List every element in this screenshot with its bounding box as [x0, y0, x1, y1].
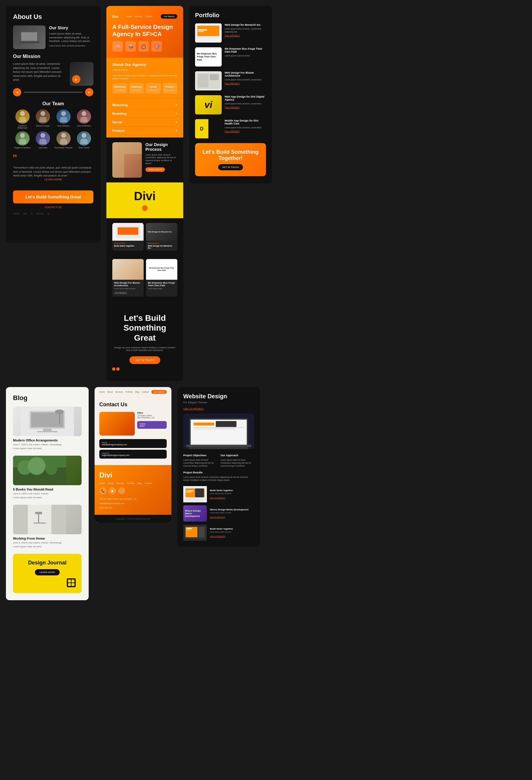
- service-item-product[interactable]: Product ∨: [112, 127, 177, 135]
- agency-text: Lorem ipsum dolor sit amet consectetur a…: [112, 74, 177, 80]
- portfolio-empower-title: We Empower Bus Forge Their Own Path: [225, 47, 266, 53]
- svg-rect-32: [38, 514, 39, 523]
- design-journal-button[interactable]: LEARN MORE: [35, 569, 60, 575]
- footer-bottom: Copyright © 2023 All Rights Reserved: [95, 515, 171, 523]
- avatar-bessie: [36, 109, 50, 124]
- about-us-panel: About Us Our Story Lorem ipsum dolor si: [6, 6, 101, 242]
- related-thumb-1: [183, 486, 207, 502]
- quote-read-more[interactable]: LEARN MORE: [13, 178, 93, 181]
- footer-phone-icon: 📞: [99, 487, 106, 494]
- portfolio-divi-digital-title: Web App Design for Divi Digital Agency: [225, 95, 266, 101]
- team-member-7: Rosemarie Thomas: [54, 131, 73, 149]
- portfolio-thumb-bloom: [195, 71, 222, 91]
- story-content: Our Story Lorem ipsum dolor sit amet, co…: [49, 26, 93, 49]
- lets-build-button[interactable]: GET IN TOUCH: [129, 356, 160, 364]
- member-name-5: Angela Chambers: [13, 147, 32, 149]
- related-3-svg: [183, 525, 207, 541]
- nav-links: About Services Portfolio: [127, 15, 153, 17]
- about-contact-link[interactable]: CONTACT US: [13, 206, 93, 209]
- contact-nav-blog[interactable]: Blog: [136, 391, 140, 393]
- about-cta-button[interactable]: Let's Build Something Great: [13, 190, 93, 203]
- svg-rect-38: [194, 423, 214, 426]
- copyright-text: Copyright © 2023 All Rights Reserved: [116, 518, 150, 520]
- portfolio-2-tag: WEB DESIGN: [148, 242, 175, 244]
- nav-services[interactable]: Services: [135, 15, 143, 17]
- portfolio-monarch-link[interactable]: FULL PROJECT: [225, 35, 266, 37]
- footer-nav-about[interactable]: About: [108, 482, 113, 484]
- brand-5: |||: [48, 212, 49, 215]
- footer-nav-services[interactable]: Services: [116, 482, 124, 484]
- portfolio-card-2-info: WEB DESIGN Web Design for Monarch Inc.: [146, 241, 177, 251]
- svg-rect-41: [216, 421, 236, 427]
- website-design-link[interactable]: LINK TO PROJECT: [183, 407, 254, 410]
- blog-post-3-image: [13, 505, 82, 534]
- service-item-branding[interactable]: Branding ∨: [112, 109, 177, 118]
- footer-nav-home[interactable]: Home: [99, 482, 105, 484]
- bloom-svg: [195, 71, 222, 91]
- svg-rect-13: [198, 74, 208, 88]
- progress-slider[interactable]: [23, 92, 83, 93]
- lets-build-text: Design for your business means finding a…: [112, 346, 177, 351]
- agency-title: About Our Agency: [112, 62, 177, 67]
- hero-icons: 🧠 📦 ◯ 🎯: [112, 41, 177, 52]
- team-heading: Our Team: [13, 101, 93, 106]
- nav-about[interactable]: About: [127, 15, 132, 17]
- footer-nav-contact[interactable]: Contact: [145, 482, 152, 484]
- portfolio-thumb-mobile: D DIVI: [195, 119, 222, 138]
- contact-nav-contact[interactable]: Contact: [142, 391, 149, 393]
- email-value-2: support@designcompany.com: [102, 454, 164, 456]
- contact-nav-cta[interactable]: Get Started: [151, 390, 167, 394]
- svg-rect-39: [194, 427, 244, 428]
- svg-point-25: [28, 457, 46, 475]
- contact-panel: Home About Services Portfolio Blog Conta…: [95, 387, 171, 523]
- contact-nav-about[interactable]: About: [107, 391, 113, 393]
- member-name-6: Lisa Hunt: [34, 147, 53, 149]
- portfolio-cta-button[interactable]: GET IN TOUCH: [218, 164, 243, 170]
- related-3-title: Build faster together.: [210, 528, 233, 530]
- hero-icon-2: 📦: [125, 41, 136, 52]
- service-product-text: Lorem ipsum: [164, 89, 176, 91]
- prev-icon: ◀: [16, 91, 18, 94]
- portfolio-bloom-link[interactable]: FULL PROJECT: [225, 83, 266, 85]
- service-item-social[interactable]: Social ∨: [112, 118, 177, 127]
- portfolio-thumb-divi-digital: vi: [195, 95, 222, 114]
- portfolio-card-1-img: [112, 223, 144, 241]
- svg-rect-42: [186, 445, 251, 447]
- design-process-btn[interactable]: LEARN MORE: [146, 167, 165, 172]
- svg-rect-10: [198, 31, 204, 32]
- footer-nav-portfolio[interactable]: Portfolio: [127, 482, 135, 484]
- divi-footer-logo: Divi: [99, 471, 167, 479]
- design-process-section: Our Design Process Lorem ipsum dolor sit…: [106, 138, 183, 183]
- nav-portfolio[interactable]: Portfolio: [145, 15, 153, 17]
- contact-nav-services[interactable]: Services: [115, 391, 123, 393]
- service-name-branding: Branding: [112, 112, 126, 115]
- portfolio-mobile-link[interactable]: FULL PROJECT: [225, 131, 266, 133]
- contact-nav-portfolio[interactable]: Portfolio: [125, 391, 133, 393]
- story-extra-text: Lorem ipsum dolor sit amet consectetur.: [49, 44, 93, 47]
- portfolio-cta: Let's Build Something Together! GET IN T…: [195, 143, 266, 176]
- service-card-marketing: Marketing Lorem ipsum: [112, 83, 127, 93]
- related-2-link[interactable]: LINK TO PROJECT: [210, 516, 225, 518]
- footer-record-icon: ⏺: [109, 487, 116, 494]
- contact-nav-home[interactable]: Home: [99, 391, 105, 393]
- related-1-link[interactable]: LINK TO PROJECT: [210, 497, 225, 499]
- brand-2: 2px: [23, 212, 27, 215]
- portfolio-divi-digital-link[interactable]: FULL PROJECT: [225, 106, 266, 108]
- blog-post-3-date: June 5, 2019 | Ula Castro, Interior, Tec…: [13, 541, 82, 544]
- related-3-link[interactable]: LINK TO PROJECT: [210, 535, 225, 537]
- play-button[interactable]: ▶: [72, 75, 81, 83]
- lets-build-section: Let's Build Something Great Design for y…: [106, 302, 183, 381]
- svg-rect-48: [195, 488, 204, 497]
- related-1-info: Build faster together. Lorem ipsum dolor…: [210, 489, 233, 500]
- web-design-bloom: Web Design For Bloom Architecture Lorem …: [112, 259, 144, 297]
- design-process-title: Our Design Process: [146, 142, 177, 152]
- objectives-title: Project Objectives: [183, 454, 217, 457]
- footer-nav-blog[interactable]: Blog: [138, 482, 142, 484]
- portfolio-panel: Portfolio Web Design for Monarch Inc. Lo…: [189, 6, 272, 183]
- next-button[interactable]: ▶: [85, 88, 93, 96]
- prev-button[interactable]: ◀: [13, 88, 21, 96]
- nav-cta-button[interactable]: Get Started: [161, 14, 177, 19]
- service-item-marketing[interactable]: Marketing ∨: [112, 101, 177, 109]
- portfolio-divi-digital-desc: Lorem ipsum dolor sit amet, consectetur.: [225, 102, 266, 105]
- portfolio-empower-desc: Lorem ipsum dolor sit amet.: [225, 54, 266, 57]
